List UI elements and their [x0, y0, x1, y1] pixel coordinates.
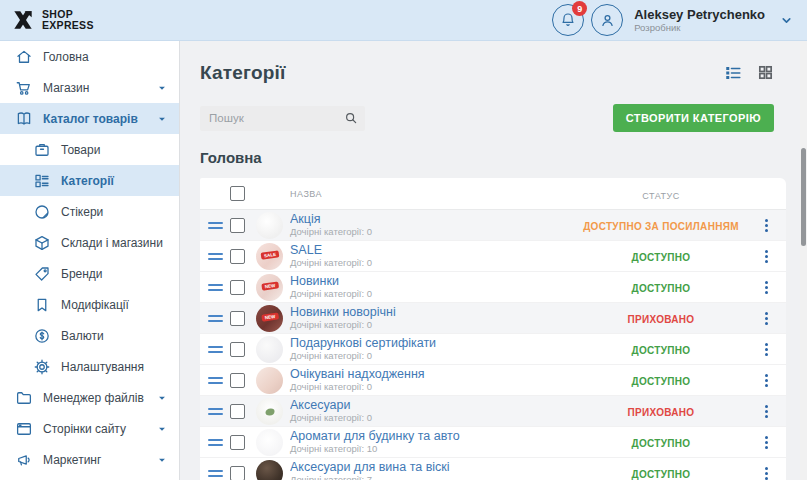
pages-icon — [14, 419, 33, 438]
drag-handle[interactable] — [208, 315, 223, 322]
row-checkbox[interactable] — [230, 373, 245, 388]
warehouse-icon — [32, 233, 51, 252]
category-thumbnail — [256, 336, 283, 363]
search-input[interactable] — [209, 112, 344, 124]
row-menu-button[interactable] — [762, 371, 771, 390]
sticker-icon — [32, 202, 51, 221]
user-info[interactable]: Aleksey Petrychenko Розробник — [634, 7, 765, 33]
drag-handle[interactable] — [208, 346, 223, 353]
category-name-link[interactable]: Подарункові сертифікати — [290, 336, 576, 350]
drag-handle[interactable] — [208, 470, 223, 477]
row-menu-button[interactable] — [762, 433, 771, 452]
sidebar-item-settings[interactable]: Налаштування — [0, 351, 179, 382]
status-badge: ДОСТУПНО — [632, 469, 691, 480]
user-avatar[interactable] — [591, 4, 623, 36]
sidebar-item-warehouse[interactable]: Склади і магазини — [0, 227, 179, 258]
categories-table: НАЗВА СТАТУС Акція Дочірні категорії: 0 … — [200, 178, 786, 480]
notifications-button[interactable]: 9 — [552, 4, 584, 36]
category-thumbnail — [256, 367, 283, 394]
sidebar-item-currency[interactable]: Валюти — [0, 320, 179, 351]
row-checkbox[interactable] — [230, 342, 245, 357]
category-thumbnail — [256, 429, 283, 456]
scrollbar-track[interactable] — [800, 41, 807, 480]
chevron-down-icon — [157, 83, 167, 93]
category-children-count: Дочірні категорії: 7 — [290, 474, 576, 480]
folder-icon — [14, 388, 33, 407]
row-menu-button[interactable] — [762, 340, 771, 359]
row-checkbox[interactable] — [230, 435, 245, 450]
row-checkbox[interactable] — [230, 466, 245, 480]
drag-handle[interactable] — [208, 222, 223, 229]
table-row: Аксесуари Дочірні категорії: 0 ПРИХОВАНО — [200, 396, 786, 427]
chevron-down-icon — [157, 114, 167, 124]
table-row: NEW Новинки Дочірні категорії: 0 ДОСТУПН… — [200, 272, 786, 303]
category-children-count: Дочірні категорії: 0 — [290, 381, 576, 392]
status-badge: ДОСТУПНО — [632, 345, 691, 356]
thumbnail-tag: NEW — [261, 281, 278, 291]
sidebar-item-folder[interactable]: Менеджер файлів — [0, 382, 179, 413]
category-thumbnail — [256, 460, 283, 480]
drag-handle[interactable] — [208, 284, 223, 291]
row-menu-button[interactable] — [762, 309, 771, 328]
row-checkbox[interactable] — [230, 311, 245, 326]
category-name-link[interactable]: Акція — [290, 212, 576, 226]
user-role: Розробник — [634, 22, 765, 33]
topbar: SHOP EXPRESS 9 Aleksey Petrychenko Розро… — [0, 0, 807, 41]
drag-handle[interactable] — [208, 377, 223, 384]
category-name-link[interactable]: SALE — [290, 243, 576, 257]
category-thumbnail — [256, 212, 283, 239]
column-header-name: НАЗВА — [290, 189, 576, 199]
search-box — [200, 106, 365, 131]
drag-handle[interactable] — [208, 439, 223, 446]
categories-icon — [32, 171, 51, 190]
drag-handle[interactable] — [208, 253, 223, 260]
status-badge: ДОСТУПНО — [632, 252, 691, 263]
table-body: Акція Дочірні категорії: 0 ДОСТУПНО ЗА П… — [200, 210, 786, 480]
select-all-checkbox[interactable] — [230, 186, 245, 201]
sidebar-item-pages[interactable]: Сторінки сайту — [0, 413, 179, 444]
category-name-link[interactable]: Аксесуари для вина та віскі — [290, 460, 576, 474]
search-icon[interactable] — [344, 111, 358, 125]
row-checkbox[interactable] — [230, 280, 245, 295]
category-name-link[interactable]: Аксесуари — [290, 398, 576, 412]
category-name-link[interactable]: Аромати для будинку та авто — [290, 429, 576, 443]
row-checkbox[interactable] — [230, 249, 245, 264]
user-name: Aleksey Petrychenko — [634, 7, 765, 22]
sidebar-item-sticker[interactable]: Стікери — [0, 196, 179, 227]
table-row: NEW Новинки новорічні Дочірні категорії:… — [200, 303, 786, 334]
currency-icon — [32, 326, 51, 345]
table-row: Очікувані надходження Дочірні категорії:… — [200, 365, 786, 396]
category-name-link[interactable]: Очікувані надходження — [290, 367, 576, 381]
status-badge: ПРИХОВАНО — [628, 407, 695, 418]
row-menu-button[interactable] — [762, 402, 771, 421]
thumbnail-tag: SALE — [260, 250, 279, 260]
sidebar-item-catalog[interactable]: Каталог товарів — [0, 103, 179, 134]
category-name-link[interactable]: Новинки — [290, 274, 576, 288]
marketing-icon — [14, 450, 33, 469]
sidebar-item-categories[interactable]: Категорії — [0, 165, 179, 196]
row-checkbox[interactable] — [230, 404, 245, 419]
row-menu-button[interactable] — [762, 464, 771, 480]
row-checkbox[interactable] — [230, 218, 245, 233]
category-children-count: Дочірні категорії: 0 — [290, 319, 576, 330]
status-badge: ДОСТУПНО — [632, 283, 691, 294]
goods-icon — [32, 140, 51, 159]
row-menu-button[interactable] — [762, 216, 771, 235]
list-view-button[interactable] — [724, 64, 742, 82]
grid-view-button[interactable] — [757, 64, 774, 82]
sidebar-item-brand[interactable]: Бренди — [0, 258, 179, 289]
sidebar-item-bookmark[interactable]: Модифікації — [0, 289, 179, 320]
row-menu-button[interactable] — [762, 247, 771, 266]
sidebar-item-cart[interactable]: Магазин — [0, 72, 179, 103]
scrollbar-thumb[interactable] — [801, 148, 806, 246]
sidebar-item-marketing[interactable]: Маркетинг — [0, 444, 179, 475]
user-menu-button[interactable] — [780, 14, 793, 27]
sidebar-item-goods[interactable]: Товари — [0, 134, 179, 165]
drag-handle[interactable] — [208, 408, 223, 415]
row-menu-button[interactable] — [762, 278, 771, 297]
table-row: Подарункові сертифікати Дочірні категорі… — [200, 334, 786, 365]
category-name-link[interactable]: Новинки новорічні — [290, 305, 576, 319]
create-category-button[interactable]: СТВОРИТИ КАТЕГОРІЮ — [613, 104, 774, 132]
sidebar-item-home[interactable]: Головна — [0, 41, 179, 72]
status-badge: ДОСТУПНО — [632, 438, 691, 449]
